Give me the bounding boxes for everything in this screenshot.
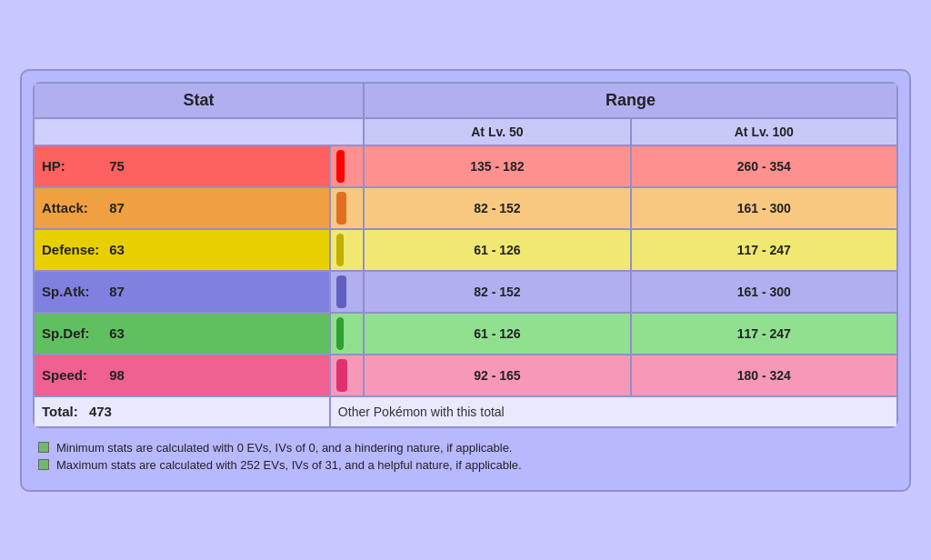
bar-fill-spdef: [336, 317, 344, 350]
stat-value-hp: 75: [109, 158, 136, 174]
range50-spatk: 82 - 152: [364, 271, 630, 313]
lv100-header: At Lv. 100: [631, 118, 897, 145]
bar-bg-spdef: [336, 317, 357, 350]
stat-value-defense: 63: [109, 242, 136, 257]
footnote-text-0: Minimum stats are calculated with 0 EVs,…: [56, 441, 512, 455]
stat-value-attack: 87: [109, 200, 136, 215]
stat-label-spatk: Sp.Atk:: [42, 284, 105, 299]
bar-bg-defense: [336, 234, 357, 266]
bar-fill-spatk: [336, 275, 346, 308]
range50-attack: 82 - 152: [364, 187, 630, 229]
total-info: Other Pokémon with this total: [330, 396, 897, 427]
stat-row-speed: Speed: 98 92 - 165180 - 324: [34, 355, 897, 396]
bar-bg-attack: [336, 192, 357, 225]
footnote-text-1: Maximum stats are calculated with 252 EV…: [56, 458, 522, 472]
total-value: 473: [89, 404, 112, 419]
range100-spatk: 161 - 300: [631, 271, 897, 313]
footnote-1: Maximum stats are calculated with 252 EV…: [38, 458, 893, 472]
stat-name-defense: Defense: 63: [34, 229, 330, 271]
stat-name-spdef: Sp.Def: 63: [34, 313, 330, 355]
range100-attack: 161 - 300: [631, 187, 897, 229]
subheader-row: At Lv. 50 At Lv. 100: [34, 118, 897, 145]
stat-label-spdef: Sp.Def:: [42, 325, 105, 341]
bar-cell-defense: [330, 229, 364, 271]
bar-cell-speed: [330, 355, 364, 396]
legend-square-0: [38, 442, 49, 453]
range50-spdef: 61 - 126: [364, 313, 630, 355]
stat-name-attack: Attack: 87: [34, 187, 330, 229]
stat-row-attack: Attack: 87 82 - 152161 - 300: [34, 187, 897, 229]
bar-fill-hp: [336, 150, 345, 183]
bar-bg-hp: [336, 150, 357, 183]
stat-value-speed: 98: [109, 367, 136, 383]
stat-label-speed: Speed:: [42, 367, 105, 383]
stat-name-speed: Speed: 98: [34, 355, 330, 396]
legend-square-1: [38, 459, 49, 470]
stat-value-spatk: 87: [109, 284, 136, 299]
range50-defense: 61 - 126: [364, 229, 630, 271]
stat-name-spatk: Sp.Atk: 87: [34, 271, 330, 313]
stat-value-spdef: 63: [109, 325, 136, 341]
header-row: Stat Range: [34, 83, 897, 118]
bar-bg-speed: [336, 359, 357, 392]
bar-fill-defense: [336, 234, 344, 266]
bar-cell-spdef: [330, 313, 364, 355]
total-name: Total:: [42, 404, 78, 419]
stat-label-hp: HP:: [42, 158, 105, 174]
stats-table: Stat Range At Lv. 50 At Lv. 100 HP: 75 1…: [33, 82, 898, 428]
footnote-0: Minimum stats are calculated with 0 EVs,…: [38, 441, 893, 455]
range100-hp: 260 - 354: [631, 145, 897, 187]
footnotes: Minimum stats are calculated with 0 EVs,…: [33, 437, 898, 479]
stats-container: Stat Range At Lv. 50 At Lv. 100 HP: 75 1…: [20, 69, 911, 492]
range50-hp: 135 - 182: [364, 145, 630, 187]
stat-row-spatk: Sp.Atk: 87 82 - 152161 - 300: [34, 271, 897, 313]
range100-speed: 180 - 324: [631, 355, 897, 396]
stat-row-defense: Defense: 63 61 - 126117 - 247: [34, 229, 897, 271]
stat-row-spdef: Sp.Def: 63 61 - 126117 - 247: [34, 313, 897, 355]
lv50-header: At Lv. 50: [364, 118, 630, 145]
bar-fill-speed: [336, 359, 347, 392]
stat-label-defense: Defense:: [42, 242, 105, 257]
stat-label-attack: Attack:: [42, 200, 105, 215]
stat-header: Stat: [34, 83, 364, 118]
bar-cell-attack: [330, 187, 364, 229]
range100-defense: 117 - 247: [631, 229, 897, 271]
stat-row-hp: HP: 75 135 - 182260 - 354: [34, 145, 897, 187]
range-header: Range: [364, 83, 897, 118]
range50-speed: 92 - 165: [364, 355, 630, 396]
stat-name-hp: HP: 75: [34, 145, 330, 187]
bar-bg-spatk: [336, 275, 357, 308]
stat-row-total: Total: 473 Other Pokémon with this total: [34, 396, 897, 427]
bar-cell-spatk: [330, 271, 364, 313]
bar-fill-attack: [336, 192, 346, 225]
total-label: Total: 473: [34, 396, 330, 427]
bar-cell-hp: [330, 145, 364, 187]
range100-spdef: 117 - 247: [631, 313, 897, 355]
